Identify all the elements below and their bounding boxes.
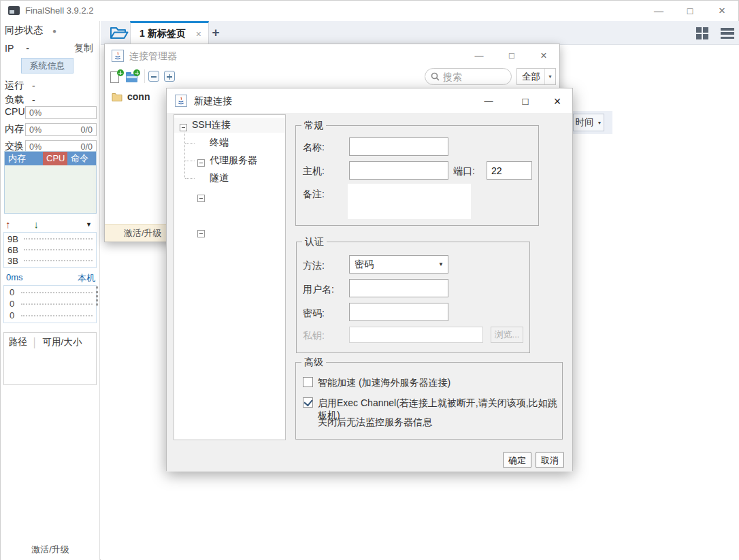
load-label: 负载 — [5, 94, 24, 106]
cpu-percent: 0% — [29, 108, 42, 118]
cm-minimize-button[interactable]: — — [469, 47, 489, 65]
size-column-header: 可用/大小 — [42, 336, 82, 348]
host-field[interactable] — [349, 161, 448, 180]
tab-cpu[interactable]: CPU — [43, 152, 67, 165]
swap-percent: 0% — [29, 142, 42, 152]
new-connection-icon[interactable] — [110, 69, 124, 84]
tab-new-tab-page[interactable]: 1 新标签页 × — [130, 21, 209, 45]
note-field[interactable] — [348, 184, 471, 219]
chevron-down-icon: ▼ — [544, 69, 555, 84]
chevron-down-icon: ▼ — [597, 120, 602, 125]
filter-value: 全部 — [517, 71, 544, 83]
sync-status-row: 同步状态 ● — [1, 24, 100, 37]
filter-dropdown[interactable]: 全部 ▼ — [516, 68, 556, 85]
copy-link[interactable]: 复制 — [74, 42, 93, 54]
collapse-all-icon[interactable] — [148, 71, 159, 82]
ip-value: - — [26, 43, 29, 54]
menu-icon[interactable] — [721, 28, 734, 39]
traffic-dropdown-icon[interactable]: ▼ — [86, 221, 92, 228]
tab-memory[interactable]: 内存 — [5, 152, 43, 165]
column-divider: │ — [32, 337, 37, 348]
tree-collapse-icon[interactable] — [197, 230, 205, 237]
exec-channel-checkbox[interactable] — [303, 397, 313, 408]
cm-maximize-button[interactable]: □ — [502, 47, 522, 65]
traffic-chart: 9B 6B 3B — [3, 232, 97, 268]
nc-maximize-button[interactable]: □ — [515, 93, 536, 110]
layout-grid-icon[interactable] — [696, 27, 708, 39]
ping-tick-label: 0 — [5, 310, 19, 320]
smart-accelerate-checkbox[interactable] — [303, 377, 313, 387]
search-input[interactable] — [443, 71, 497, 82]
monitor-chart-area — [5, 165, 96, 213]
tree-item-tunnel[interactable]: 隧道 — [174, 171, 285, 186]
activate-upgrade-link[interactable]: 激活/升级 — [1, 544, 100, 556]
method-select[interactable]: 密码 ▼ — [349, 255, 448, 274]
run-value: - — [32, 80, 35, 91]
maximize-button[interactable]: □ — [678, 1, 702, 21]
open-folder-icon[interactable] — [110, 26, 129, 40]
new-connection-title: 新建连接 — [194, 95, 232, 108]
cm-close-button[interactable]: × — [533, 47, 554, 65]
nc-minimize-button[interactable]: — — [478, 93, 499, 110]
close-button[interactable]: × — [710, 1, 734, 21]
finalshell-main-window: FinalShell 3.9.2.2 — □ × 同步状态 ● IP - 复制 … — [0, 0, 739, 560]
smart-accelerate-label[interactable]: 智能加速 (加速海外服务器连接) — [318, 377, 450, 389]
connection-folder-item[interactable]: conn — [112, 89, 150, 104]
monitor-panel: 内存 CPU 命令 — [4, 151, 97, 214]
method-label: 方法: — [303, 260, 325, 272]
method-value: 密码 — [350, 259, 434, 271]
port-field[interactable] — [487, 161, 532, 180]
new-tab-button[interactable]: + — [207, 24, 225, 42]
system-info-button[interactable]: 系统信息 — [21, 58, 73, 73]
traffic-tick-label: 6B — [5, 245, 22, 255]
tab-close-icon[interactable]: × — [196, 29, 201, 39]
gridline — [21, 315, 93, 316]
note-label: 备注: — [303, 188, 325, 201]
new-folder-icon[interactable] — [126, 69, 140, 84]
username-field[interactable] — [349, 279, 448, 297]
main-titlebar: FinalShell 3.9.2.2 — □ × — [1, 1, 738, 21]
password-field[interactable] — [349, 303, 448, 321]
sync-status-label: 同步状态 — [5, 24, 43, 37]
ping-chart: 0 0 0 — [3, 285, 97, 323]
load-row: 负载 - — [1, 94, 100, 106]
tree-item-proxy[interactable]: 代理服务器 — [174, 153, 285, 168]
tree-collapse-icon[interactable] — [197, 195, 205, 202]
traffic-tick-label: 9B — [5, 234, 22, 244]
traffic-row: 9B — [5, 233, 95, 244]
gridline — [24, 238, 93, 240]
java-app-icon — [175, 95, 187, 107]
new-connection-dialog: 新建连接 — □ × SSH连接 终端 — [166, 88, 573, 471]
ping-row: 0 — [5, 286, 95, 298]
gridline — [24, 249, 93, 250]
name-field[interactable] — [349, 137, 448, 156]
disk-table: 路径 │ 可用/大小 — [3, 332, 97, 385]
traffic-row: 6B — [5, 244, 95, 255]
tree-item-ssh[interactable]: SSH连接 — [174, 118, 285, 133]
nc-close-button[interactable]: × — [547, 93, 568, 110]
tree-item-label: SSH连接 — [192, 119, 231, 131]
splitter-handle[interactable] — [96, 286, 98, 306]
gridline — [24, 260, 93, 261]
tree-item-label: 代理服务器 — [210, 154, 257, 167]
advanced-legend: 高级 — [301, 357, 326, 369]
chevron-down-icon: ▼ — [434, 261, 448, 267]
memory-meter-label: 内存 — [5, 123, 24, 135]
expand-all-icon[interactable] — [164, 71, 175, 82]
tree-collapse-icon[interactable] — [180, 124, 187, 131]
tree-item-terminal[interactable]: 终端 — [174, 135, 285, 150]
tab-command[interactable]: 命令 — [67, 152, 96, 165]
ping-tick-label: 0 — [5, 299, 19, 309]
host-label: 主机: — [303, 165, 325, 178]
memory-percent: 0% — [29, 125, 42, 135]
sort-by-time-dropdown[interactable]: 时间 ▼ — [573, 114, 604, 131]
minimize-button[interactable]: — — [647, 1, 670, 21]
path-column-header: 路径 — [9, 336, 27, 348]
ok-button[interactable]: 确定 — [503, 452, 531, 468]
finalshell-app-icon — [8, 6, 20, 15]
cancel-button[interactable]: 取消 — [536, 452, 564, 468]
cpu-meter: 0% — [25, 106, 97, 119]
ping-tick-label: 0 — [5, 287, 19, 297]
advanced-group: 高级 智能加速 (加速海外服务器连接) 启用Exec Channel(若连接上就… — [295, 362, 563, 440]
new-connection-titlebar: 新建连接 — □ × — [167, 88, 572, 113]
